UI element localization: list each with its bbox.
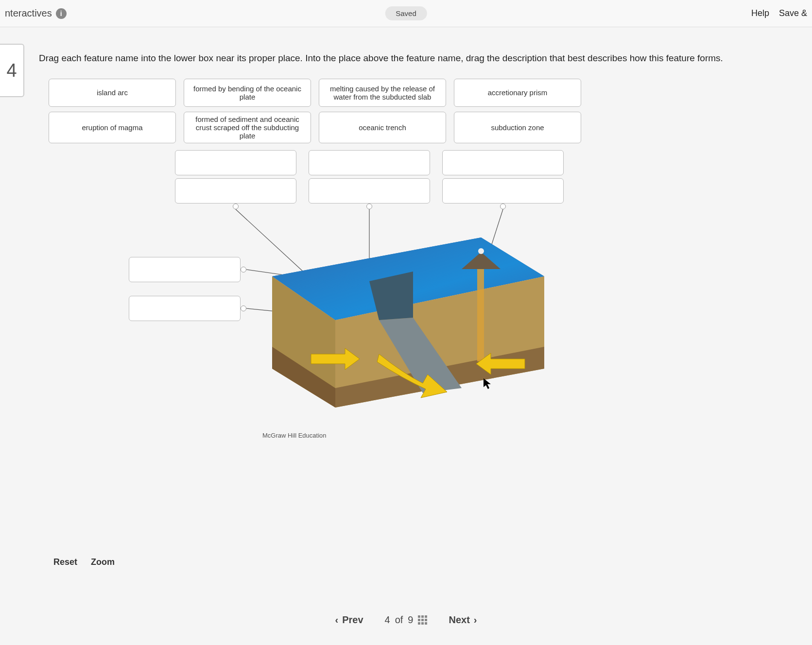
drag-row-1: island arc formed by bending of the ocea… (49, 79, 797, 107)
page-current: 4 (385, 614, 390, 626)
page-total: 9 (408, 614, 413, 626)
help-link[interactable]: Help (751, 8, 769, 18)
chip-formed-bending[interactable]: formed by bending of the oceanic plate (184, 79, 311, 107)
zoom-button[interactable]: Zoom (91, 557, 115, 567)
pager-bar: ‹ Prev 4 of 9 Next › (0, 614, 812, 626)
drop-name-4[interactable] (129, 257, 241, 282)
saved-badge: Saved (385, 6, 427, 20)
chip-eruption-magma[interactable]: eruption of magma (49, 112, 176, 143)
drop-group-3 (442, 150, 564, 204)
prev-label: Prev (342, 614, 363, 626)
prev-button[interactable]: ‹ Prev (335, 614, 363, 626)
drop-name-1[interactable] (175, 178, 296, 204)
leader-nub-3 (500, 204, 506, 209)
chevron-right-icon: › (474, 614, 477, 626)
leader-nub-4 (241, 267, 246, 272)
grid-icon[interactable] (418, 615, 427, 625)
drop-name-5[interactable] (129, 296, 241, 321)
page-of: of (395, 614, 403, 626)
drop-group-2 (309, 150, 430, 204)
top-bar: nteractives i Saved Help Save & (0, 0, 812, 27)
info-icon[interactable]: i (56, 8, 67, 19)
svg-marker-18 (484, 378, 491, 389)
next-label: Next (449, 614, 469, 626)
drop-group-1 (175, 150, 296, 204)
drag-source-area: island arc formed by bending of the ocea… (49, 79, 797, 143)
drop-group-4 (129, 257, 241, 282)
leader-nub-5 (241, 306, 246, 311)
svg-point-14 (478, 248, 484, 254)
topbar-left: nteractives i (5, 8, 67, 19)
main-content: Drag each feature name into the lower bo… (39, 27, 797, 500)
save-exit-link[interactable]: Save & (779, 8, 807, 18)
chip-subduction-zone[interactable]: subduction zone (454, 112, 581, 143)
page-position: 4 of 9 (385, 614, 428, 626)
page-mode-label: nteractives (5, 8, 52, 19)
question-number: 4 (0, 44, 24, 97)
chip-island-arc[interactable]: island arc (49, 79, 176, 107)
leader-nub-2 (366, 204, 372, 209)
diagram-canvas: McGraw Hill Education (39, 150, 797, 500)
reset-button[interactable]: Reset (53, 557, 77, 567)
chevron-left-icon: ‹ (335, 614, 338, 626)
drop-name-2[interactable] (309, 178, 430, 204)
drag-row-2: eruption of magma formed of sediment and… (49, 112, 797, 143)
chip-oceanic-trench[interactable]: oceanic trench (319, 112, 446, 143)
image-credit: McGraw Hill Education (262, 432, 327, 439)
instructions-text: Drag each feature name into the lower bo… (39, 51, 777, 65)
drop-group-5 (129, 296, 241, 321)
drop-desc-2[interactable] (309, 150, 430, 175)
chip-accretionary-prism[interactable]: accretionary prism (454, 79, 581, 107)
next-button[interactable]: Next › (449, 614, 477, 626)
chip-melting-water[interactable]: melting caused by the release of water f… (319, 79, 446, 107)
bottom-left-controls: Reset Zoom (53, 557, 115, 567)
svg-rect-15 (477, 269, 484, 361)
subduction-diagram (253, 223, 554, 427)
drop-desc-3[interactable] (442, 150, 564, 175)
leader-nub-1 (233, 204, 239, 209)
chip-sediment-scraped[interactable]: formed of sediment and oceanic crust scr… (184, 112, 311, 143)
drop-desc-1[interactable] (175, 150, 296, 175)
drop-name-3[interactable] (442, 178, 564, 204)
topbar-right: Help Save & (751, 8, 807, 18)
